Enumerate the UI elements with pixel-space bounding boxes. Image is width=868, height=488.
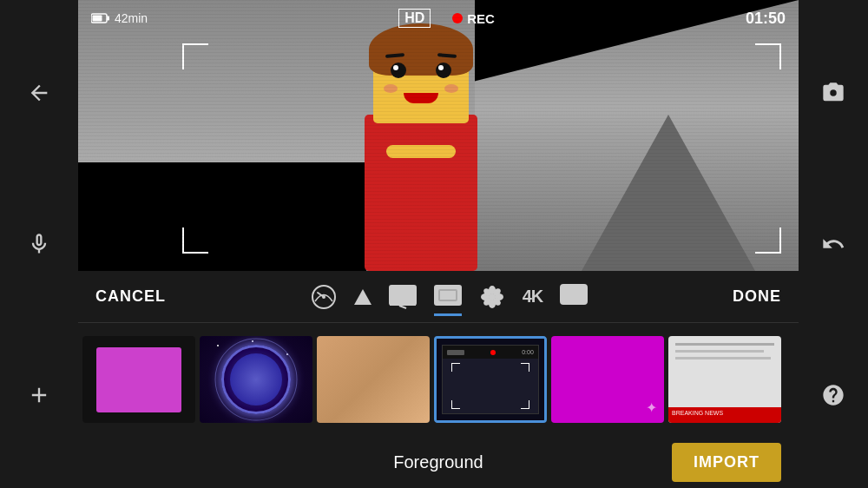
lego-body xyxy=(365,115,477,271)
lego-hair xyxy=(369,23,473,76)
add-button[interactable] xyxy=(17,373,61,417)
mini-corner-tl xyxy=(451,363,460,372)
lego-eye-left xyxy=(391,63,406,78)
news-line1 xyxy=(675,343,774,346)
4k-icon[interactable]: 4K xyxy=(523,287,543,307)
space-background xyxy=(200,336,312,423)
triangle-up-icon[interactable] xyxy=(354,289,372,305)
magenta-background: ✦ xyxy=(551,336,664,423)
star1 xyxy=(217,345,219,346)
mini-timer: 0:00 xyxy=(522,349,534,355)
mini-corner-tr xyxy=(521,363,529,372)
lego-mouth xyxy=(404,93,438,103)
thumbnails-strip: 0:00 xyxy=(78,323,799,436)
news-ticker-text: BREAKING NEWS xyxy=(668,407,781,419)
filter-icon[interactable] xyxy=(479,284,505,310)
mini-camera-ui: 0:00 xyxy=(442,345,539,414)
toolbar-bar: CANCEL xyxy=(78,271,799,323)
thumbnail-white[interactable]: BREAKING NEWS xyxy=(668,336,781,423)
lego-eye-right xyxy=(436,63,451,78)
mini-viewfinder xyxy=(443,359,538,413)
thumbnail-tv[interactable] xyxy=(82,336,195,423)
lego-collar xyxy=(386,145,456,158)
svg-rect-5 xyxy=(390,286,416,305)
tv-background xyxy=(82,336,195,423)
foreground-label: Foreground xyxy=(324,452,552,472)
corner-bracket-bl xyxy=(182,228,208,254)
microphone-button[interactable] xyxy=(17,222,61,266)
back-button[interactable] xyxy=(17,71,61,115)
mini-top-bar: 0:00 xyxy=(443,346,538,359)
mini-corner-br xyxy=(521,400,529,409)
undo-button[interactable] xyxy=(812,222,855,266)
screen-layers-icon[interactable] xyxy=(434,285,462,309)
mini-rec xyxy=(490,350,496,355)
lego-cheek-right xyxy=(444,84,458,93)
mini-battery xyxy=(447,350,464,355)
bottom-status-bar: Foreground IMPORT xyxy=(78,436,799,488)
svg-rect-9 xyxy=(439,290,457,300)
right-sidebar xyxy=(799,0,868,488)
white-background: BREAKING NEWS xyxy=(668,336,781,423)
screen-frame-icon[interactable] xyxy=(389,285,417,309)
svg-line-7 xyxy=(399,306,406,308)
news-line3 xyxy=(675,357,771,359)
bottom-toolbar: CANCEL xyxy=(78,271,799,488)
triangle-shape xyxy=(354,289,372,305)
done-button[interactable]: DONE xyxy=(733,287,781,306)
lego-figure xyxy=(334,28,508,271)
magenta-logo: ✦ xyxy=(646,399,657,416)
camera-preview: 0:00 xyxy=(437,339,544,420)
svg-point-4 xyxy=(322,295,326,299)
import-button[interactable]: IMPORT xyxy=(672,443,781,482)
status-spacer-right: IMPORT xyxy=(553,443,781,482)
speedometer-icon[interactable] xyxy=(311,284,337,310)
news-ticker: BREAKING NEWS xyxy=(668,407,781,423)
lego-head xyxy=(373,36,469,123)
main-content: 42min HD REC 01:50 CANCEL xyxy=(78,0,799,488)
cancel-button[interactable]: CANCEL xyxy=(95,287,166,306)
toolbar-icons: 4K xyxy=(311,284,589,310)
4k-text: 4K xyxy=(523,287,543,307)
lego-cheek-left xyxy=(384,84,398,93)
help-button[interactable] xyxy=(812,373,855,417)
play-icon[interactable] xyxy=(560,284,588,310)
space-ring xyxy=(200,336,312,423)
tv-screen xyxy=(96,347,181,412)
tv-frame xyxy=(82,336,195,423)
mini-corner-bl xyxy=(451,400,460,409)
thumbnail-magenta[interactable]: ✦ xyxy=(551,336,664,423)
viewfinder: 42min HD REC 01:50 xyxy=(78,0,799,271)
thumbnail-space[interactable] xyxy=(200,336,312,423)
thumbnail-camera[interactable]: 0:00 xyxy=(434,336,547,423)
skin-texture xyxy=(317,336,430,423)
camera-button[interactable] xyxy=(812,71,855,115)
thumbnail-skin[interactable] xyxy=(317,336,430,423)
news-line2 xyxy=(675,350,764,353)
left-sidebar xyxy=(0,0,78,488)
